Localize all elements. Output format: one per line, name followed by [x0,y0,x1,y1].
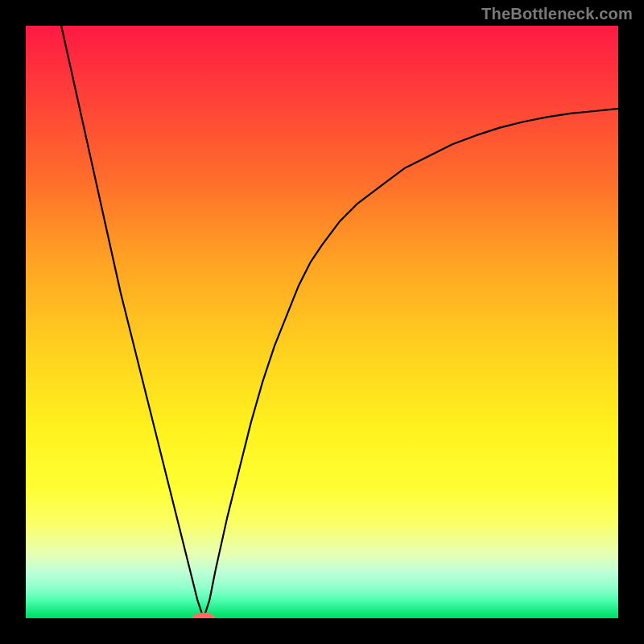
chart-svg [26,26,618,618]
chart-frame: TheBottleneck.com [0,0,644,644]
optimum-marker [192,613,215,618]
bottleneck-curve [61,26,618,618]
plot-area [26,26,618,618]
watermark-label: TheBottleneck.com [481,5,633,23]
